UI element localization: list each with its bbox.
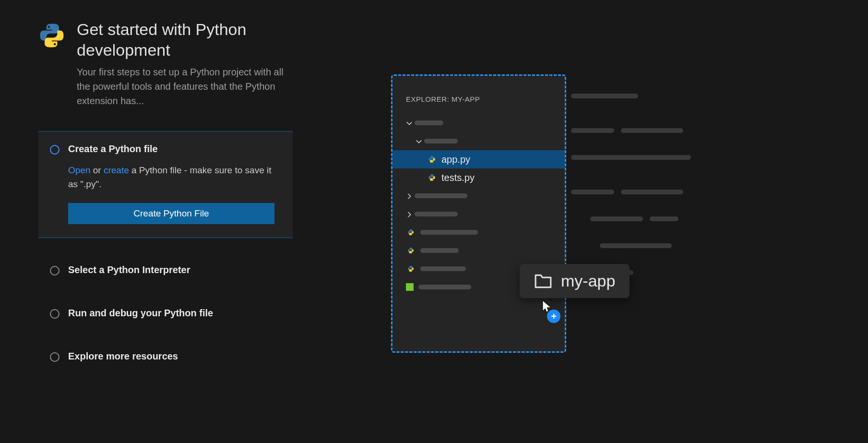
step-explore-resources[interactable]: Explore more resources: [38, 339, 293, 368]
page-subtitle: Your first steps to set up a Python proj…: [77, 65, 293, 108]
code-skeleton-illustration: [571, 94, 691, 287]
python-file-icon: [427, 155, 437, 164]
chevron-right-icon: [406, 209, 415, 220]
file-name: tests.py: [441, 172, 475, 183]
step-title: Run and debug your Python file: [68, 308, 281, 319]
explorer-illustration: EXPLORER: MY-APP app.py tests.py: [391, 74, 566, 353]
step-title: Explore more resources: [68, 351, 281, 362]
file-row-app-py: app.py: [392, 150, 565, 168]
step-indicator-icon: [50, 309, 59, 319]
python-file-icon: [406, 264, 416, 274]
step-indicator-icon: [50, 145, 59, 155]
step-indicator-icon: [50, 352, 59, 362]
file-row-tests-py: tests.py: [392, 168, 565, 187]
folder-tooltip-label: my-app: [561, 272, 615, 290]
folder-tooltip: my-app: [520, 264, 630, 298]
open-link[interactable]: Open: [68, 165, 90, 175]
folder-icon: [534, 274, 552, 289]
python-file-icon: [406, 227, 416, 237]
step-select-interpreter[interactable]: Select a Python Interpreter: [38, 252, 293, 281]
chevron-down-icon: [416, 136, 424, 147]
step-title: Create a Python file: [68, 144, 281, 155]
step-indicator-icon: [50, 266, 59, 275]
chevron-down-icon: [406, 118, 415, 129]
step-create-python-file[interactable]: Create a Python file Open or create a Py…: [38, 131, 293, 238]
step-description: Open or create a Python file - make sure…: [68, 163, 281, 192]
create-python-file-button[interactable]: Create Python File: [68, 203, 274, 224]
step-title: Select a Python Interpreter: [68, 264, 281, 275]
python-file-icon: [406, 246, 416, 255]
chevron-right-icon: [406, 191, 415, 202]
create-link[interactable]: create: [104, 165, 129, 175]
walkthrough-steps: Create a Python file Open or create a Py…: [38, 131, 293, 368]
page-title: Get started with Python development: [77, 19, 293, 60]
python-logo-icon: [38, 22, 65, 49]
explorer-header: EXPLORER: MY-APP: [406, 95, 565, 103]
step-run-debug[interactable]: Run and debug your Python file: [38, 296, 293, 324]
spreadsheet-icon: [406, 283, 414, 291]
file-name: app.py: [441, 154, 470, 165]
python-file-icon: [427, 173, 437, 182]
add-badge-icon: +: [547, 310, 560, 323]
